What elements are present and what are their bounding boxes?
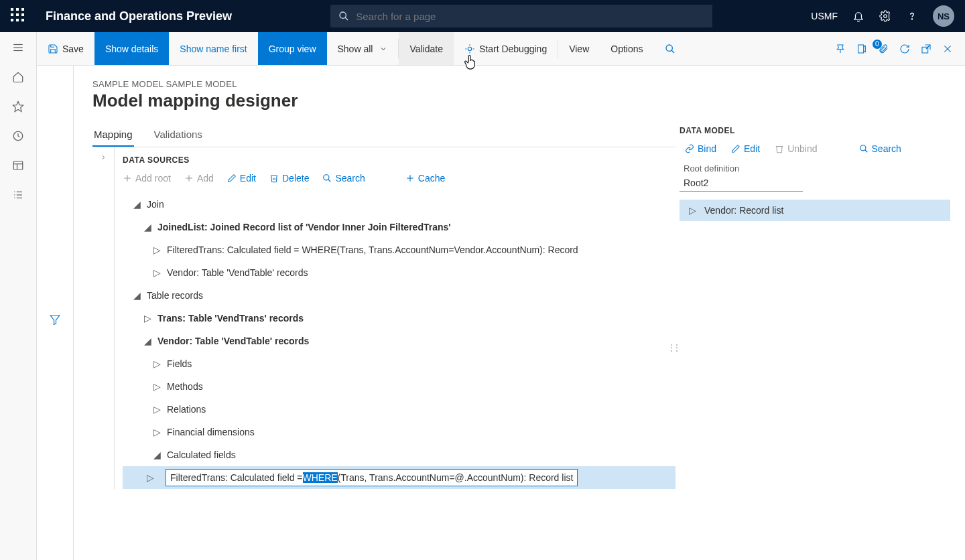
search-icon bbox=[665, 44, 676, 54]
chevron-down-icon[interactable]: ◢ bbox=[143, 336, 152, 346]
hamburger-icon[interactable] bbox=[12, 42, 24, 54]
chevron-right-icon[interactable]: ▷ bbox=[152, 404, 162, 415]
svg-point-3 bbox=[911, 19, 912, 19]
refresh-icon[interactable] bbox=[899, 44, 910, 54]
tree-row[interactable]: ▷FilteredTrans: Calculated field = WHERE… bbox=[123, 238, 676, 261]
svg-rect-26 bbox=[858, 45, 864, 53]
attachments-icon[interactable]: 0 bbox=[878, 44, 889, 54]
chevron-right-icon[interactable]: ▷ bbox=[152, 358, 162, 369]
root-definition-label: Root definition bbox=[680, 163, 950, 173]
pin-icon[interactable] bbox=[835, 44, 846, 54]
tree-row[interactable]: ▷Methods bbox=[123, 375, 676, 398]
plus-icon bbox=[405, 173, 415, 183]
chevron-right-icon[interactable]: ▷ bbox=[152, 267, 162, 278]
save-button[interactable]: Save bbox=[37, 32, 94, 65]
root-definition-field[interactable]: Root2 bbox=[680, 175, 803, 192]
cache-button[interactable]: Cache bbox=[405, 173, 445, 184]
tree-row[interactable]: ▷Fields bbox=[123, 352, 676, 375]
delete-button[interactable]: Delete bbox=[269, 173, 309, 184]
trash-icon bbox=[269, 173, 279, 183]
unbind-button[interactable]: Unbind bbox=[775, 143, 817, 154]
data-sources-header: DATA SOURCES bbox=[123, 155, 676, 165]
chevron-down-icon[interactable]: ◢ bbox=[132, 290, 141, 301]
modules-icon[interactable] bbox=[12, 189, 24, 201]
edit-binding-button[interactable]: Edit bbox=[731, 143, 760, 154]
bell-icon[interactable] bbox=[852, 10, 864, 22]
gear-icon[interactable] bbox=[879, 10, 891, 22]
show-name-first-button[interactable]: Show name first bbox=[169, 32, 257, 65]
data-model-header: DATA MODEL bbox=[680, 126, 950, 135]
left-rail bbox=[0, 32, 37, 560]
add-root-button[interactable]: Add root bbox=[123, 173, 171, 184]
chevron-down-icon[interactable]: ◢ bbox=[143, 222, 152, 232]
user-avatar[interactable]: NS bbox=[933, 5, 954, 27]
filter-icon[interactable] bbox=[49, 79, 61, 560]
validate-button[interactable]: Validate bbox=[399, 32, 454, 65]
svg-marker-31 bbox=[50, 316, 60, 325]
resize-grip-icon[interactable]: ⋮⋮ bbox=[667, 343, 678, 352]
link-icon bbox=[685, 144, 694, 153]
add-button[interactable]: Add bbox=[184, 173, 214, 184]
svg-point-23 bbox=[666, 45, 672, 51]
search-button[interactable]: Search bbox=[322, 173, 365, 184]
svg-point-36 bbox=[324, 175, 329, 180]
options-button[interactable]: Options bbox=[600, 32, 653, 65]
global-search[interactable] bbox=[330, 5, 712, 27]
search-icon bbox=[322, 173, 332, 183]
help-icon[interactable] bbox=[906, 10, 918, 22]
plus-icon bbox=[123, 173, 132, 183]
popout-icon[interactable] bbox=[921, 44, 931, 54]
workspace-icon[interactable] bbox=[12, 159, 24, 171]
bind-button[interactable]: Bind bbox=[685, 143, 716, 154]
top-bar: Finance and Operations Preview USMF NS bbox=[0, 0, 965, 32]
open-in-office-icon[interactable] bbox=[856, 44, 867, 54]
tree-row[interactable]: ◢Join bbox=[123, 193, 676, 216]
close-icon[interactable] bbox=[942, 44, 953, 54]
chevron-right-icon[interactable]: ▷ bbox=[152, 381, 162, 392]
tree-row[interactable]: ◢Vendor: Table 'VendTable' records bbox=[123, 330, 676, 352]
show-details-button[interactable]: Show details bbox=[94, 32, 169, 65]
dm-search-button[interactable]: Search bbox=[859, 143, 901, 154]
app-title: Finance and Operations Preview bbox=[46, 9, 232, 23]
tree-row[interactable]: ▷Trans: Table 'VendTrans' records bbox=[123, 307, 676, 330]
find-button[interactable] bbox=[654, 32, 686, 65]
selected-expression[interactable]: FilteredTrans: Calculated field = WHERE(… bbox=[166, 469, 578, 486]
tree-row[interactable]: ◢Calculated fields bbox=[123, 443, 676, 466]
save-icon bbox=[48, 44, 58, 54]
star-icon[interactable] bbox=[12, 100, 24, 113]
home-icon[interactable] bbox=[12, 71, 24, 83]
search-input[interactable] bbox=[356, 11, 704, 22]
view-button[interactable]: View bbox=[558, 32, 600, 65]
tree-row[interactable]: ▷Relations bbox=[123, 398, 676, 421]
chevron-right-icon[interactable]: ▷ bbox=[152, 427, 162, 437]
recent-icon[interactable] bbox=[12, 130, 24, 142]
data-sources-toolbar: Add root Add Edit Delete Search Cache bbox=[123, 173, 676, 184]
chevron-right-icon[interactable]: ▷ bbox=[689, 205, 696, 216]
filter-column bbox=[37, 66, 74, 560]
tab-mapping[interactable]: Mapping bbox=[92, 123, 134, 147]
chevron-down-icon[interactable]: ◢ bbox=[132, 199, 141, 210]
chevron-right-icon[interactable]: ▷ bbox=[145, 472, 155, 483]
svg-point-18 bbox=[468, 47, 471, 50]
data-model-item[interactable]: ▷ Vendor: Record list bbox=[680, 200, 950, 221]
tabs: Mapping Validations bbox=[92, 123, 676, 147]
svg-rect-9 bbox=[13, 161, 23, 169]
chevron-right-icon[interactable]: ▷ bbox=[152, 244, 162, 255]
show-all-button[interactable]: Show all bbox=[327, 32, 399, 65]
group-view-button[interactable]: Group view bbox=[258, 32, 327, 65]
tab-validations[interactable]: Validations bbox=[153, 123, 204, 147]
tree-row[interactable]: ▷Financial dimensions bbox=[123, 421, 676, 443]
svg-line-24 bbox=[671, 50, 674, 53]
waffle-icon[interactable] bbox=[11, 8, 27, 24]
panel-collapse-handle[interactable] bbox=[92, 147, 115, 489]
chevron-right-icon[interactable]: ▷ bbox=[143, 313, 152, 324]
chevron-down-icon[interactable]: ◢ bbox=[152, 449, 162, 460]
legal-entity[interactable]: USMF bbox=[811, 11, 838, 21]
tree-row[interactable]: ◢Table records bbox=[123, 284, 676, 307]
tree-row[interactable]: ▷Vendor: Table 'VendTable' records bbox=[123, 261, 676, 284]
tree-row-selected[interactable]: ▷ FilteredTrans: Calculated field = WHER… bbox=[123, 466, 676, 489]
svg-marker-7 bbox=[13, 102, 23, 112]
tree-row[interactable]: ◢JoinedList: Joined Record list of 'Vend… bbox=[123, 216, 676, 238]
start-debugging-button[interactable]: Start Debugging bbox=[454, 32, 558, 65]
edit-button[interactable]: Edit bbox=[227, 173, 256, 184]
